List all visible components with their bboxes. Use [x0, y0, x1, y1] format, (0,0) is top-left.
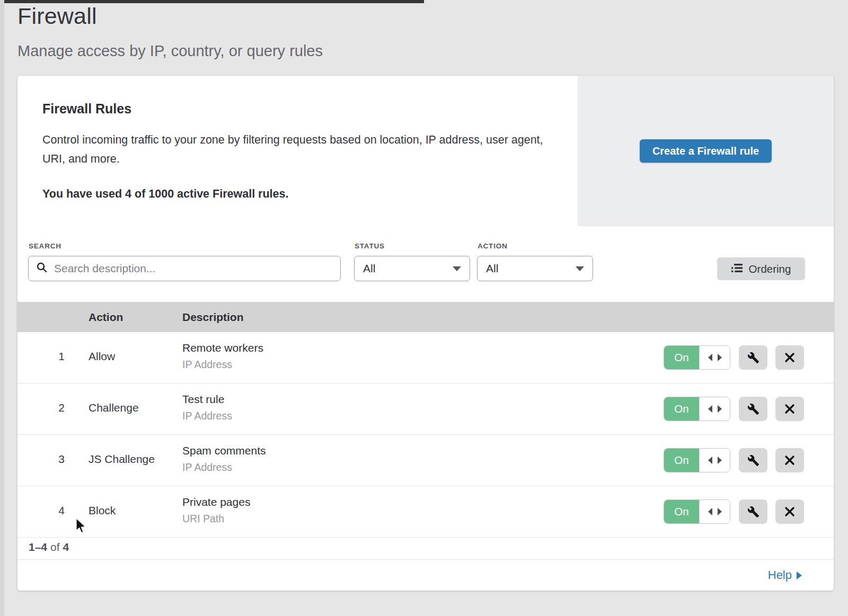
rule-description: Private pages [182, 496, 250, 508]
rule-description: Test rule [182, 393, 224, 406]
firewall-rules-card: Firewall Rules Control incoming traffic … [17, 76, 834, 591]
rules-table-body: 1 Allow Remote workers IP Address On 2 C… [17, 332, 834, 538]
action-select-value: All [486, 262, 498, 275]
create-firewall-rule-button[interactable]: Create a Firewall rule [640, 139, 772, 163]
search-field-container[interactable] [28, 256, 341, 281]
close-icon [784, 506, 795, 517]
edit-rule-button[interactable] [739, 345, 767, 370]
table-header: Action Description [17, 302, 834, 332]
delete-rule-button[interactable] [775, 345, 804, 370]
mouse-cursor [75, 517, 87, 537]
rule-priority: 3 [54, 453, 69, 466]
rule-enabled-toggle[interactable]: On [664, 499, 730, 524]
column-header-action: Action [89, 311, 123, 324]
search-input[interactable] [53, 262, 333, 275]
rule-priority: 1 [54, 350, 69, 363]
left-right-arrows-icon [708, 354, 722, 361]
overview-text-block: Firewall Rules Control incoming traffic … [17, 76, 578, 226]
ordering-list-icon [731, 263, 743, 275]
edit-rule-button[interactable] [739, 499, 767, 524]
rule-priority: 2 [54, 401, 69, 414]
page-title: Firewall [17, 3, 97, 29]
close-icon [784, 352, 795, 363]
rule-match-type: IP Address [182, 359, 232, 371]
overview-section: Firewall Rules Control incoming traffic … [17, 76, 834, 226]
search-label: SEARCH [29, 242, 61, 250]
left-right-arrows-icon [708, 405, 722, 413]
action-select[interactable]: All [477, 256, 593, 281]
rule-match-type: IP Address [182, 410, 232, 422]
delete-rule-button[interactable] [775, 499, 804, 524]
table-row: 4 Block Private pages URI Path On [17, 486, 834, 538]
overview-heading: Firewall Rules [42, 101, 553, 117]
ordering-button[interactable]: Ordering [717, 257, 805, 280]
delete-rule-button[interactable] [775, 448, 804, 472]
pagination-of: of [50, 541, 60, 553]
wrench-icon [747, 506, 759, 518]
rule-priority: 4 [54, 504, 69, 517]
wrench-icon [747, 454, 759, 467]
rule-action: JS Challenge [89, 453, 155, 466]
rule-match-type: URI Path [182, 513, 224, 525]
toggle-on-label: On [664, 500, 699, 523]
toggle-drag-handle[interactable] [699, 500, 730, 523]
rule-enabled-toggle[interactable]: On [664, 397, 730, 421]
toggle-drag-handle[interactable] [699, 397, 730, 421]
action-filter-label: ACTION [478, 242, 508, 250]
table-row: 2 Challenge Test rule IP Address On [17, 383, 834, 435]
footer-divider [17, 559, 834, 560]
help-link-label: Help [768, 568, 792, 582]
table-row: 1 Allow Remote workers IP Address On [17, 332, 834, 383]
chevron-down-icon [576, 264, 584, 273]
status-select[interactable]: All [354, 256, 470, 281]
rule-action: Challenge [89, 401, 139, 414]
ordering-button-label: Ordering [749, 263, 791, 275]
rule-action: Allow [89, 350, 115, 363]
close-icon [784, 455, 795, 466]
column-header-description: Description [182, 311, 244, 324]
status-select-value: All [363, 262, 375, 275]
wrench-icon [747, 352, 759, 364]
toggle-drag-handle[interactable] [699, 449, 730, 472]
overview-description: Control incoming traffic to your zone by… [42, 130, 543, 168]
edit-rule-button[interactable] [739, 448, 767, 472]
status-label: STATUS [355, 242, 385, 250]
pagination-total: 4 [63, 541, 69, 553]
rule-description: Remote workers [182, 342, 263, 354]
usage-summary: You have used 4 of 1000 active Firewall … [42, 188, 553, 201]
help-link[interactable]: Help [768, 568, 802, 582]
left-right-arrows-icon [708, 457, 722, 464]
toggle-on-label: On [664, 397, 699, 421]
delete-rule-button[interactable] [775, 397, 804, 421]
toggle-drag-handle[interactable] [699, 346, 730, 369]
pagination-range: 1–4 [29, 541, 47, 553]
left-edge-strip [0, 0, 4, 616]
close-icon [784, 404, 795, 414]
rule-description: Spam comments [182, 444, 266, 457]
help-arrow-icon [797, 572, 802, 579]
toggle-on-label: On [664, 449, 699, 472]
wrench-icon [747, 403, 759, 415]
table-row: 3 JS Challenge Spam comments IP Address … [17, 435, 834, 486]
left-right-arrows-icon [708, 508, 722, 515]
rule-action: Block [89, 504, 116, 517]
search-icon [36, 262, 48, 275]
chevron-down-icon [453, 264, 461, 273]
edit-rule-button[interactable] [739, 397, 767, 421]
rule-match-type: IP Address [182, 461, 232, 474]
page-subtitle: Manage access by IP, country, or query r… [17, 42, 323, 60]
create-rule-panel: Create a Firewall rule [578, 76, 834, 226]
toggle-on-label: On [664, 346, 699, 369]
rule-enabled-toggle[interactable]: On [664, 448, 730, 472]
pagination-summary: 1–4of4 [29, 541, 69, 553]
rule-enabled-toggle[interactable]: On [664, 345, 730, 370]
